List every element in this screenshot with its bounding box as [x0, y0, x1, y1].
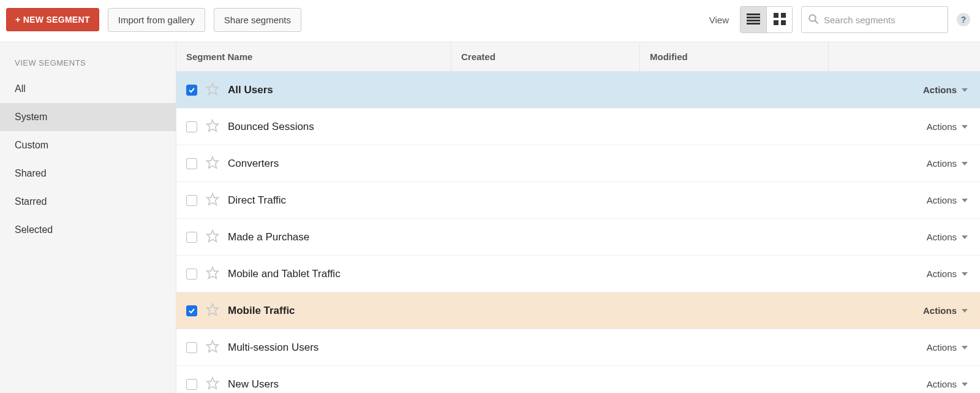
actions-button[interactable]: Actions: [927, 232, 970, 242]
actions-button[interactable]: Actions: [927, 195, 970, 205]
grid-icon: [774, 13, 786, 27]
row-checkbox[interactable]: [186, 305, 197, 316]
svg-rect-6: [774, 20, 778, 25]
column-header-actions: [828, 42, 980, 71]
svg-marker-11: [207, 120, 218, 131]
star-icon[interactable]: [206, 303, 219, 318]
row-checkbox[interactable]: [186, 269, 197, 280]
table-row[interactable]: Multi-session UsersActions: [176, 329, 980, 366]
svg-rect-5: [781, 13, 786, 18]
star-icon[interactable]: [206, 266, 219, 281]
view-toggle: [740, 6, 793, 33]
segment-name: Made a Purchase: [228, 231, 309, 243]
sidebar-item-starred[interactable]: Starred: [0, 188, 176, 216]
segment-name: New Users: [228, 378, 279, 391]
star-icon[interactable]: [206, 82, 219, 97]
view-label: View: [709, 15, 729, 25]
table-row[interactable]: New UsersActions: [176, 366, 980, 393]
actions-button[interactable]: Actions: [923, 305, 970, 316]
table-row[interactable]: Bounced SessionsActions: [176, 109, 980, 145]
sidebar: VIEW SEGMENTS AllSystemCustomSharedStarr…: [0, 42, 176, 393]
sidebar-item-custom[interactable]: Custom: [0, 131, 176, 159]
svg-marker-18: [207, 378, 218, 389]
star-icon[interactable]: [206, 229, 219, 245]
actions-label: Actions: [927, 342, 957, 353]
svg-marker-13: [207, 194, 218, 205]
column-header-created[interactable]: Created: [451, 42, 639, 71]
star-icon[interactable]: [206, 340, 219, 355]
row-checkbox[interactable]: [186, 158, 197, 169]
sidebar-item-all[interactable]: All: [0, 75, 176, 103]
svg-marker-16: [207, 304, 218, 315]
search-box[interactable]: [801, 6, 948, 33]
share-segments-button[interactable]: Share segments: [214, 8, 301, 32]
star-icon[interactable]: [206, 156, 219, 171]
actions-label: Actions: [923, 305, 957, 316]
chevron-down-icon: [962, 309, 968, 313]
chevron-down-icon: [962, 272, 968, 276]
chevron-down-icon: [962, 383, 968, 386]
actions-button[interactable]: Actions: [927, 121, 970, 132]
view-list-button[interactable]: [741, 7, 766, 32]
actions-button[interactable]: Actions: [927, 379, 970, 389]
chevron-down-icon: [962, 162, 968, 166]
row-checkbox[interactable]: [186, 379, 197, 390]
table-row[interactable]: Direct TrafficActions: [176, 182, 980, 219]
svg-marker-10: [207, 83, 218, 94]
star-icon[interactable]: [206, 376, 219, 392]
chevron-down-icon: [962, 199, 968, 202]
svg-marker-15: [207, 267, 218, 278]
table-row[interactable]: Mobile TrafficActions: [176, 292, 980, 329]
content: Segment Name Created Modified All UsersA…: [176, 42, 980, 393]
segment-name: Bounced Sessions: [228, 121, 314, 133]
star-icon[interactable]: [206, 119, 219, 134]
actions-button[interactable]: Actions: [923, 85, 970, 95]
actions-label: Actions: [923, 85, 957, 95]
list-icon: [747, 13, 760, 26]
svg-rect-1: [747, 17, 760, 18]
actions-button[interactable]: Actions: [927, 269, 970, 279]
sidebar-heading: VIEW SEGMENTS: [0, 58, 176, 75]
actions-label: Actions: [927, 195, 957, 205]
star-icon[interactable]: [206, 193, 219, 208]
sidebar-item-system[interactable]: System: [0, 103, 176, 131]
row-checkbox[interactable]: [186, 85, 197, 96]
table-row[interactable]: ConvertersActions: [176, 145, 980, 182]
row-checkbox[interactable]: [186, 121, 197, 132]
help-button[interactable]: ?: [957, 13, 970, 26]
segment-name: Multi-session Users: [228, 341, 318, 354]
column-header-name[interactable]: Segment Name: [176, 52, 451, 62]
chevron-down-icon: [962, 235, 968, 239]
actions-label: Actions: [927, 121, 957, 132]
segment-name: Mobile and Tablet Traffic: [228, 268, 341, 280]
new-segment-button[interactable]: + NEW SEGMENT: [6, 8, 99, 31]
view-grid-button[interactable]: [766, 7, 792, 32]
row-checkbox[interactable]: [186, 342, 197, 353]
segment-name: Direct Traffic: [228, 194, 286, 207]
svg-point-8: [809, 15, 816, 21]
svg-rect-4: [774, 13, 778, 18]
table-row[interactable]: Mobile and Tablet TrafficActions: [176, 256, 980, 292]
actions-button[interactable]: Actions: [927, 158, 970, 169]
svg-rect-2: [747, 20, 760, 21]
sidebar-item-shared[interactable]: Shared: [0, 159, 176, 188]
search-input[interactable]: [824, 15, 941, 25]
svg-rect-7: [781, 20, 786, 25]
column-header-modified[interactable]: Modified: [639, 42, 828, 71]
table-row[interactable]: All UsersActions: [176, 72, 980, 109]
segment-name: Mobile Traffic: [228, 305, 295, 317]
chevron-down-icon: [962, 125, 968, 129]
main: VIEW SEGMENTS AllSystemCustomSharedStarr…: [0, 42, 980, 393]
table-header: Segment Name Created Modified: [176, 42, 980, 72]
actions-label: Actions: [927, 269, 957, 279]
actions-button[interactable]: Actions: [927, 342, 970, 353]
chevron-down-icon: [962, 88, 968, 92]
import-from-gallery-button[interactable]: Import from gallery: [108, 8, 205, 32]
table-row[interactable]: Made a PurchaseActions: [176, 219, 980, 256]
svg-marker-17: [207, 341, 218, 352]
actions-label: Actions: [927, 232, 957, 242]
search-icon: [808, 13, 819, 26]
row-checkbox[interactable]: [186, 232, 197, 243]
sidebar-item-selected[interactable]: Selected: [0, 216, 176, 244]
row-checkbox[interactable]: [186, 195, 197, 206]
